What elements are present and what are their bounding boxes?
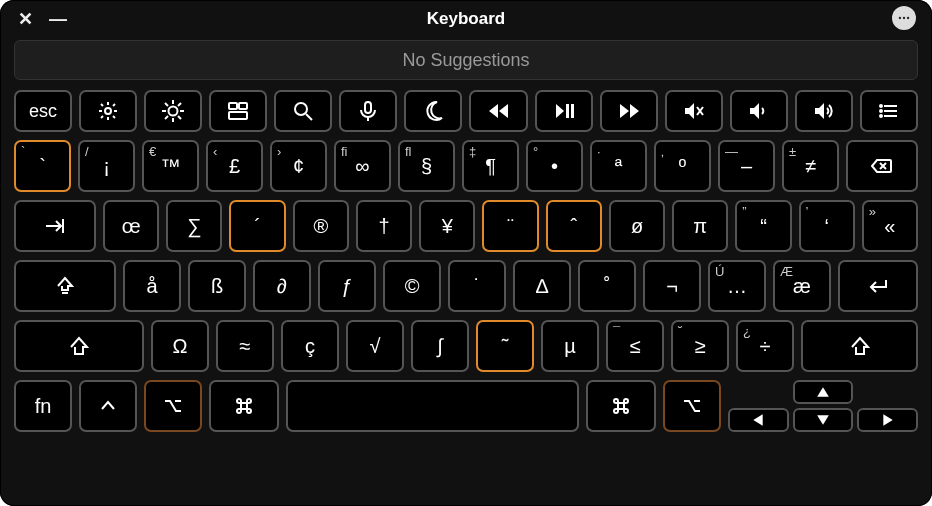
mu-key[interactable]: µ [541,320,599,372]
registered-key[interactable]: ® [293,200,349,252]
svg-line-8 [101,104,103,106]
guillemet-key[interactable]: «» [862,200,918,252]
grave-key[interactable]: `` [14,140,71,192]
return-key[interactable] [838,260,918,312]
omega-key[interactable]: Ω [151,320,209,372]
keyboard-rows: esc ``¡/™€£‹¢›∞fi§fl¶‡•°ª·º‚–—≠± œ∑´®†¥¨… [10,90,922,432]
en-dash-key[interactable]: –— [718,140,775,192]
cent-key[interactable]: ¢› [270,140,327,192]
not-equal-key[interactable]: ≠± [782,140,839,192]
suggestions-bar: No Suggestions [14,40,918,80]
svg-rect-32 [571,104,574,118]
inverted-exclamation-key[interactable]: ¡/ [78,140,135,192]
c-cedilla-key[interactable]: ç [281,320,339,372]
arrow-left-key[interactable] [728,408,789,432]
dot-above-key[interactable]: ˙ [448,260,506,312]
play-pause-key[interactable] [535,90,593,132]
svg-point-12 [169,107,178,116]
ordinal-o-key[interactable]: º‚ [654,140,711,192]
svg-line-25 [306,114,312,120]
left-single-quote-key[interactable]: ‘’ [799,200,855,252]
arrow-down-key[interactable] [793,408,854,432]
mute-key[interactable] [665,90,723,132]
rewind-key[interactable] [469,90,527,132]
trademark-key[interactable]: ™€ [142,140,199,192]
svg-rect-26 [365,102,371,113]
list-key[interactable] [860,90,918,132]
florin-key[interactable]: ƒ [318,260,376,312]
sharp-s-key[interactable]: ß [188,260,246,312]
more-icon[interactable] [892,6,916,30]
bullet-key[interactable]: •° [526,140,583,192]
shift-right-key[interactable] [801,320,918,372]
acute-key[interactable]: ´ [229,200,285,252]
not-sign-key[interactable]: ¬ [643,260,701,312]
spacebar-key[interactable] [286,380,579,432]
svg-point-2 [907,17,909,19]
brightness-down-key[interactable] [79,90,137,132]
ordinal-a-key[interactable]: ª· [590,140,647,192]
svg-marker-53 [817,387,829,396]
ge-key[interactable]: ≥˘ [671,320,729,372]
approx-key[interactable]: ≈ [216,320,274,372]
sqrt-key[interactable]: √ [346,320,404,372]
shift-left-key[interactable] [14,320,144,372]
brightness-up-key[interactable] [144,90,202,132]
svg-point-24 [295,103,307,115]
option-right-key[interactable] [663,380,721,432]
arrow-up-key[interactable] [793,380,854,404]
a-ring-key[interactable]: å [123,260,181,312]
command-left-key[interactable] [209,380,279,432]
delta-key[interactable]: ∆ [513,260,571,312]
ring-above-key[interactable]: ˚ [578,260,636,312]
le-key[interactable]: ≤¯ [606,320,664,372]
qwerty-row: œ∑´®†¥¨ˆøπ“”‘’«» [14,200,918,252]
circumflex-key[interactable]: ˆ [546,200,602,252]
command-right-key[interactable] [586,380,656,432]
mission-control-key[interactable] [209,90,267,132]
svg-point-0 [899,17,901,19]
ellipsis-key[interactable]: …Ú [708,260,766,312]
copyright-key[interactable]: © [383,260,441,312]
volume-down-key[interactable] [730,90,788,132]
dagger-key[interactable]: † [356,200,412,252]
option-left-key[interactable] [144,380,202,432]
partial-key[interactable]: ∂ [253,260,311,312]
arrow-right-key[interactable] [857,408,918,432]
tilde-key[interactable]: ˜ [476,320,534,372]
home-row: åß∂ƒ©˙∆˚¬…ÚæÆ [14,260,918,312]
function-row: esc [14,90,918,132]
dictation-key[interactable] [339,90,397,132]
dnd-key[interactable] [404,90,462,132]
pilcrow-key[interactable]: ¶‡ [462,140,519,192]
esc-key[interactable]: esc [14,90,72,132]
svg-marker-34 [630,104,639,118]
tab-key[interactable] [14,200,96,252]
delete-key[interactable] [846,140,918,192]
pi-key[interactable]: π [672,200,728,252]
fast-forward-key[interactable] [600,90,658,132]
diaeresis-key[interactable]: ¨ [482,200,538,252]
o-stroke-key[interactable]: ø [609,200,665,252]
search-key[interactable] [274,90,332,132]
divide-key[interactable]: ÷¿ [736,320,794,372]
svg-line-9 [113,116,115,118]
integral-key[interactable]: ∫ [411,320,469,372]
volume-up-key[interactable] [795,90,853,132]
pound-key[interactable]: £‹ [206,140,263,192]
sigma-sum-key[interactable]: ∑ [166,200,222,252]
ae-key[interactable]: æÆ [773,260,831,312]
caps-lock-key[interactable] [14,260,116,312]
svg-point-45 [880,115,882,117]
svg-rect-21 [229,103,237,109]
infinity-key[interactable]: ∞fi [334,140,391,192]
left-double-quote-key[interactable]: “” [735,200,791,252]
svg-rect-31 [566,104,569,118]
yen-key[interactable]: ¥ [419,200,475,252]
oe-key[interactable]: œ [103,200,159,252]
fn-key[interactable]: fn [14,380,72,432]
control-key[interactable] [79,380,137,432]
section-key[interactable]: §fl [398,140,455,192]
svg-rect-23 [229,112,247,119]
svg-point-44 [880,110,882,112]
